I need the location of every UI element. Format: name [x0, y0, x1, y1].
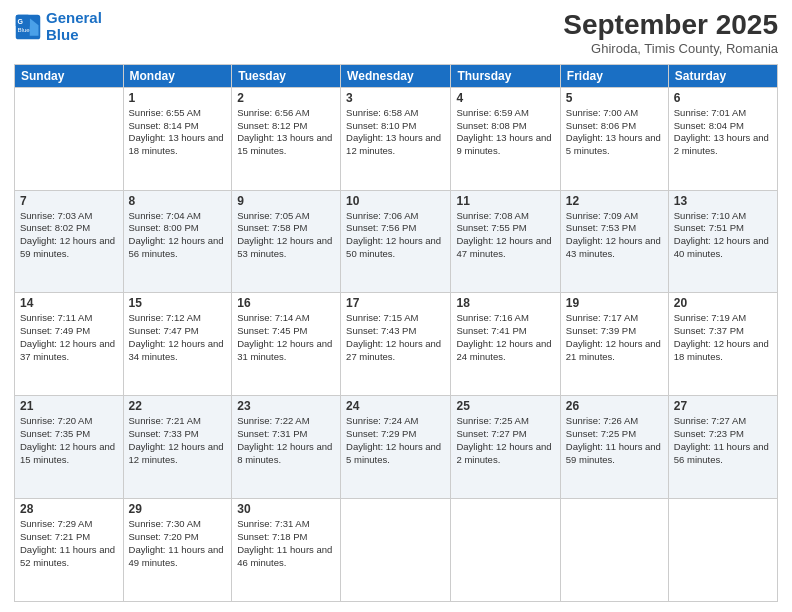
day-number: 7 — [20, 194, 118, 208]
day-number: 26 — [566, 399, 663, 413]
calendar-cell: 25 Sunrise: 7:25 AMSunset: 7:27 PMDaylig… — [451, 396, 560, 499]
day-info: Sunrise: 7:31 AMSunset: 7:18 PMDaylight:… — [237, 518, 335, 569]
day-number: 28 — [20, 502, 118, 516]
day-number: 14 — [20, 296, 118, 310]
day-number: 25 — [456, 399, 554, 413]
col-monday: Monday — [123, 64, 232, 87]
calendar-cell: 16 Sunrise: 7:14 AMSunset: 7:45 PMDaylig… — [232, 293, 341, 396]
calendar-cell: 5 Sunrise: 7:00 AMSunset: 8:06 PMDayligh… — [560, 87, 668, 190]
calendar-cell: 8 Sunrise: 7:04 AMSunset: 8:00 PMDayligh… — [123, 190, 232, 293]
calendar-cell: 7 Sunrise: 7:03 AMSunset: 8:02 PMDayligh… — [15, 190, 124, 293]
page: G Blue General Blue September 2025 Ghiro… — [0, 0, 792, 612]
calendar-cell: 6 Sunrise: 7:01 AMSunset: 8:04 PMDayligh… — [668, 87, 777, 190]
calendar-week-row: 7 Sunrise: 7:03 AMSunset: 8:02 PMDayligh… — [15, 190, 778, 293]
col-thursday: Thursday — [451, 64, 560, 87]
day-info: Sunrise: 7:04 AMSunset: 8:00 PMDaylight:… — [129, 210, 227, 261]
day-number: 11 — [456, 194, 554, 208]
day-info: Sunrise: 7:01 AMSunset: 8:04 PMDaylight:… — [674, 107, 772, 158]
calendar-cell: 13 Sunrise: 7:10 AMSunset: 7:51 PMDaylig… — [668, 190, 777, 293]
calendar-cell: 29 Sunrise: 7:30 AMSunset: 7:20 PMDaylig… — [123, 499, 232, 602]
day-info: Sunrise: 6:59 AMSunset: 8:08 PMDaylight:… — [456, 107, 554, 158]
day-number: 9 — [237, 194, 335, 208]
day-info: Sunrise: 7:20 AMSunset: 7:35 PMDaylight:… — [20, 415, 118, 466]
day-info: Sunrise: 7:15 AMSunset: 7:43 PMDaylight:… — [346, 312, 445, 363]
calendar-week-row: 28 Sunrise: 7:29 AMSunset: 7:21 PMDaylig… — [15, 499, 778, 602]
calendar-cell: 20 Sunrise: 7:19 AMSunset: 7:37 PMDaylig… — [668, 293, 777, 396]
col-tuesday: Tuesday — [232, 64, 341, 87]
calendar-cell: 14 Sunrise: 7:11 AMSunset: 7:49 PMDaylig… — [15, 293, 124, 396]
day-info: Sunrise: 7:22 AMSunset: 7:31 PMDaylight:… — [237, 415, 335, 466]
day-info: Sunrise: 6:58 AMSunset: 8:10 PMDaylight:… — [346, 107, 445, 158]
day-number: 30 — [237, 502, 335, 516]
day-info: Sunrise: 6:56 AMSunset: 8:12 PMDaylight:… — [237, 107, 335, 158]
day-info: Sunrise: 7:17 AMSunset: 7:39 PMDaylight:… — [566, 312, 663, 363]
calendar-cell: 11 Sunrise: 7:08 AMSunset: 7:55 PMDaylig… — [451, 190, 560, 293]
calendar-cell — [341, 499, 451, 602]
calendar-cell: 23 Sunrise: 7:22 AMSunset: 7:31 PMDaylig… — [232, 396, 341, 499]
day-number: 4 — [456, 91, 554, 105]
calendar-cell: 26 Sunrise: 7:26 AMSunset: 7:25 PMDaylig… — [560, 396, 668, 499]
day-info: Sunrise: 7:00 AMSunset: 8:06 PMDaylight:… — [566, 107, 663, 158]
day-number: 27 — [674, 399, 772, 413]
day-info: Sunrise: 7:10 AMSunset: 7:51 PMDaylight:… — [674, 210, 772, 261]
col-saturday: Saturday — [668, 64, 777, 87]
day-number: 22 — [129, 399, 227, 413]
calendar-cell: 15 Sunrise: 7:12 AMSunset: 7:47 PMDaylig… — [123, 293, 232, 396]
day-info: Sunrise: 7:25 AMSunset: 7:27 PMDaylight:… — [456, 415, 554, 466]
day-number: 15 — [129, 296, 227, 310]
calendar-cell: 12 Sunrise: 7:09 AMSunset: 7:53 PMDaylig… — [560, 190, 668, 293]
day-number: 19 — [566, 296, 663, 310]
day-number: 8 — [129, 194, 227, 208]
day-info: Sunrise: 7:30 AMSunset: 7:20 PMDaylight:… — [129, 518, 227, 569]
day-info: Sunrise: 7:16 AMSunset: 7:41 PMDaylight:… — [456, 312, 554, 363]
day-number: 12 — [566, 194, 663, 208]
calendar-cell — [15, 87, 124, 190]
calendar-cell: 9 Sunrise: 7:05 AMSunset: 7:58 PMDayligh… — [232, 190, 341, 293]
svg-text:Blue: Blue — [18, 26, 31, 33]
logo-blue: Blue — [46, 27, 102, 44]
day-info: Sunrise: 7:12 AMSunset: 7:47 PMDaylight:… — [129, 312, 227, 363]
calendar-cell — [451, 499, 560, 602]
day-info: Sunrise: 7:29 AMSunset: 7:21 PMDaylight:… — [20, 518, 118, 569]
calendar-cell: 1 Sunrise: 6:55 AMSunset: 8:14 PMDayligh… — [123, 87, 232, 190]
day-info: Sunrise: 7:14 AMSunset: 7:45 PMDaylight:… — [237, 312, 335, 363]
calendar-cell — [668, 499, 777, 602]
svg-text:G: G — [18, 18, 24, 25]
logo: G Blue General Blue — [14, 10, 102, 43]
calendar-cell: 24 Sunrise: 7:24 AMSunset: 7:29 PMDaylig… — [341, 396, 451, 499]
day-number: 3 — [346, 91, 445, 105]
day-number: 1 — [129, 91, 227, 105]
day-info: Sunrise: 7:19 AMSunset: 7:37 PMDaylight:… — [674, 312, 772, 363]
day-number: 24 — [346, 399, 445, 413]
calendar-cell: 3 Sunrise: 6:58 AMSunset: 8:10 PMDayligh… — [341, 87, 451, 190]
calendar-cell: 22 Sunrise: 7:21 AMSunset: 7:33 PMDaylig… — [123, 396, 232, 499]
calendar-cell: 17 Sunrise: 7:15 AMSunset: 7:43 PMDaylig… — [341, 293, 451, 396]
calendar-cell: 21 Sunrise: 7:20 AMSunset: 7:35 PMDaylig… — [15, 396, 124, 499]
day-info: Sunrise: 7:11 AMSunset: 7:49 PMDaylight:… — [20, 312, 118, 363]
calendar-header-row: Sunday Monday Tuesday Wednesday Thursday… — [15, 64, 778, 87]
col-friday: Friday — [560, 64, 668, 87]
day-info: Sunrise: 7:03 AMSunset: 8:02 PMDaylight:… — [20, 210, 118, 261]
calendar-week-row: 14 Sunrise: 7:11 AMSunset: 7:49 PMDaylig… — [15, 293, 778, 396]
calendar-table: Sunday Monday Tuesday Wednesday Thursday… — [14, 64, 778, 602]
calendar-week-row: 1 Sunrise: 6:55 AMSunset: 8:14 PMDayligh… — [15, 87, 778, 190]
calendar-cell: 2 Sunrise: 6:56 AMSunset: 8:12 PMDayligh… — [232, 87, 341, 190]
day-number: 17 — [346, 296, 445, 310]
calendar-cell: 10 Sunrise: 7:06 AMSunset: 7:56 PMDaylig… — [341, 190, 451, 293]
title-block: September 2025 Ghiroda, Timis County, Ro… — [563, 10, 778, 56]
calendar-cell: 30 Sunrise: 7:31 AMSunset: 7:18 PMDaylig… — [232, 499, 341, 602]
calendar-cell: 28 Sunrise: 7:29 AMSunset: 7:21 PMDaylig… — [15, 499, 124, 602]
calendar-week-row: 21 Sunrise: 7:20 AMSunset: 7:35 PMDaylig… — [15, 396, 778, 499]
calendar-cell: 4 Sunrise: 6:59 AMSunset: 8:08 PMDayligh… — [451, 87, 560, 190]
calendar-cell: 18 Sunrise: 7:16 AMSunset: 7:41 PMDaylig… — [451, 293, 560, 396]
day-info: Sunrise: 7:09 AMSunset: 7:53 PMDaylight:… — [566, 210, 663, 261]
subtitle: Ghiroda, Timis County, Romania — [563, 41, 778, 56]
logo-general: General — [46, 9, 102, 26]
day-info: Sunrise: 7:05 AMSunset: 7:58 PMDaylight:… — [237, 210, 335, 261]
day-number: 6 — [674, 91, 772, 105]
day-number: 20 — [674, 296, 772, 310]
day-info: Sunrise: 6:55 AMSunset: 8:14 PMDaylight:… — [129, 107, 227, 158]
day-number: 16 — [237, 296, 335, 310]
day-number: 18 — [456, 296, 554, 310]
calendar-cell: 27 Sunrise: 7:27 AMSunset: 7:23 PMDaylig… — [668, 396, 777, 499]
